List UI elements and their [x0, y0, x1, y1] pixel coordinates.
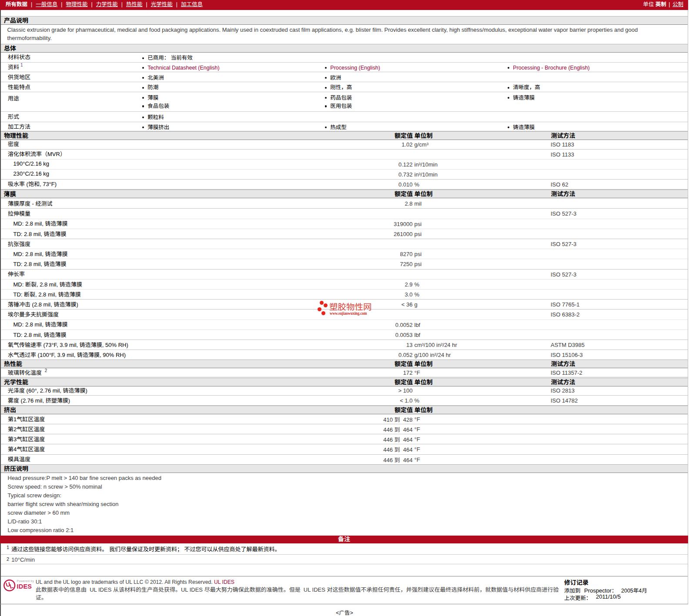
svg-text:L: L [9, 583, 14, 589]
